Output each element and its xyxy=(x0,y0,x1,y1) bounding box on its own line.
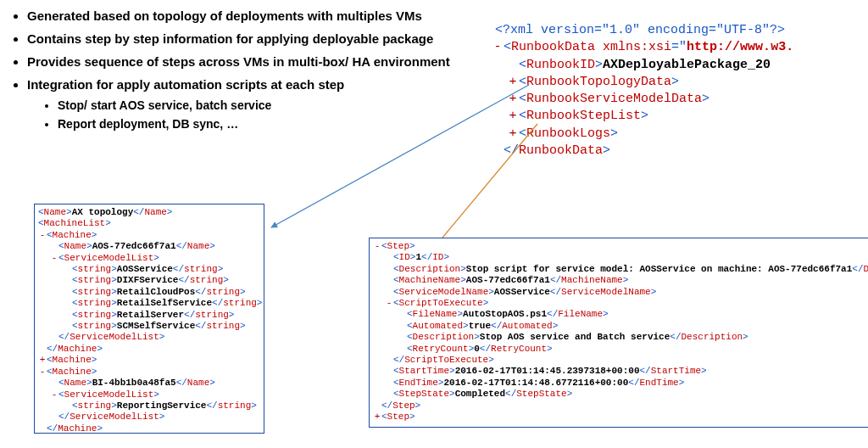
xml-logs-node: +<RunbookLogs> xyxy=(483,126,793,143)
xml-runbook-outline: <?xml version="1.0" encoding="UTF-8"?> -… xyxy=(483,22,793,160)
xml-declaration: <?xml version="1.0" encoding="UTF-8"?> xyxy=(483,22,793,39)
bullet-4b: Report deployment, DB sync, … xyxy=(58,117,470,131)
bullet-4-text: Integration for apply automation scripts… xyxy=(27,77,344,92)
bullet-2: Contains step by step information for ap… xyxy=(27,31,470,46)
xml-topology-node: +<RunbookTopologyData> xyxy=(483,74,793,91)
bullet-1: Generated based on topology of deploymen… xyxy=(27,8,470,23)
xml-runbook-id: <RunbookID>AXDeployablePackage_20 xyxy=(483,57,793,74)
xml-topology-detail: <Name>AX topology</Name> <MachineList> -… xyxy=(34,204,264,434)
xml-root-open: -<RunbookData xmlns:xsi="http://www.w3. xyxy=(483,39,793,56)
bullet-3: Provides sequence of steps across VMs in… xyxy=(27,54,470,69)
feature-bullet-list: Generated based on topology of deploymen… xyxy=(12,8,470,139)
xml-step-detail: -<Step> <ID>1</ID> <Description>Stop scr… xyxy=(369,238,868,428)
xml-servicemodel-node: +<RunbookServiceModelData> xyxy=(483,91,793,108)
bullet-4a: Stop/ start AOS service, batch service xyxy=(58,98,470,112)
xml-root-close: </RunbookData> xyxy=(483,143,793,160)
xml-steplist-node: +<RunbookStepList> xyxy=(483,108,793,125)
bullet-4: Integration for apply automation scripts… xyxy=(27,77,470,131)
